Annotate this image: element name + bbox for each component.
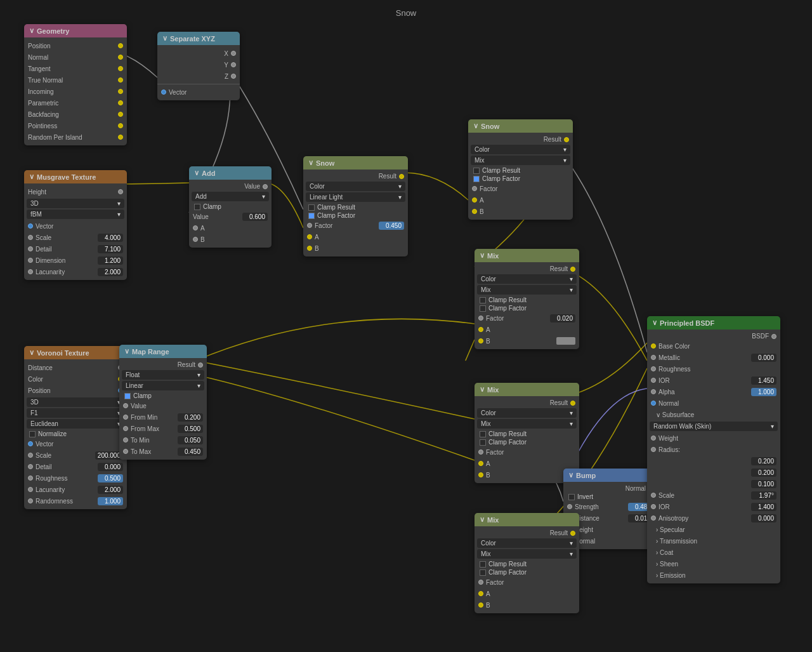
- map-range-interp-dropdown[interactable]: Linear▾: [122, 381, 204, 390]
- mix1-header[interactable]: ∨ Mix: [475, 249, 579, 262]
- musgrave-height-socket: [118, 189, 123, 194]
- snow1-header[interactable]: ∨ Snow: [303, 156, 408, 170]
- principled-r2-value[interactable]: 0.200: [751, 469, 776, 477]
- sxyz-z-socket: [231, 74, 236, 79]
- mix2-color-dropdown[interactable]: Color▾: [477, 408, 577, 418]
- mix2-header[interactable]: ∨ Mix: [475, 383, 579, 396]
- mix2-blend-dropdown[interactable]: Mix▾: [477, 419, 577, 429]
- voronoi-vector-socket: [28, 441, 33, 446]
- principled-alpha-value[interactable]: 1.000: [751, 388, 776, 396]
- musgrave-detail-row: Detail 7.100: [24, 243, 127, 255]
- add-value-input[interactable]: 0.600: [242, 213, 268, 221]
- musgrave-lac-socket: [28, 269, 33, 274]
- snow2-blend-dropdown[interactable]: Mix▾: [471, 156, 570, 165]
- map-range-frommax-value[interactable]: 0.500: [178, 425, 203, 433]
- principled-scale-value[interactable]: 1.97°: [751, 491, 776, 500]
- principled-rwalk-dropdown[interactable]: Random Walk (Skin)▾: [650, 422, 778, 431]
- voronoi-detail-value[interactable]: 0.000: [98, 463, 123, 471]
- map-range-collapse-icon: ∨: [124, 347, 129, 356]
- geo-normal-row: Normal: [24, 51, 127, 63]
- musgrave-header[interactable]: ∨ Musgrave Texture: [24, 170, 127, 183]
- principled-basecolor-row: Base Color: [647, 340, 780, 352]
- snow2-result-row: Result: [468, 135, 573, 143]
- mix1-b-swatch: [556, 337, 575, 345]
- mix2-clampresult-checkbox[interactable]: [480, 431, 486, 437]
- bump-label: Bump: [576, 472, 596, 479]
- snow1-blend-dropdown[interactable]: Linear Light▾: [306, 192, 405, 202]
- map-range-frommin-value[interactable]: 0.200: [178, 413, 203, 422]
- snow2-header[interactable]: ∨ Snow: [468, 119, 573, 133]
- geometry-header[interactable]: ∨ Geometry: [24, 24, 127, 37]
- principled-radius-label: Radius:: [647, 444, 780, 455]
- geo-incoming-row: Incoming: [24, 86, 127, 97]
- voronoi-vector-row: Vector: [24, 438, 127, 449]
- mix3-blend-dropdown[interactable]: Mix▾: [477, 549, 577, 559]
- snow1-color-dropdown[interactable]: Color▾: [306, 182, 405, 191]
- geo-randisland-row: Random Per Island: [24, 131, 127, 143]
- mix3-color-dropdown[interactable]: Color▾: [477, 538, 577, 548]
- snow2-clampfactor-row: Clamp Factor: [468, 175, 573, 183]
- add-header[interactable]: ∨ Add: [189, 166, 272, 180]
- voronoi-header[interactable]: ∨ Voronoi Texture: [24, 346, 127, 359]
- bump-header[interactable]: ∨ Bump: [563, 469, 657, 482]
- mix3-header[interactable]: ∨ Mix: [475, 513, 579, 526]
- mix1-clampresult-checkbox[interactable]: [480, 297, 486, 303]
- geo-normal-socket: [118, 55, 123, 60]
- musgrave-lac-value[interactable]: 2.000: [98, 268, 123, 276]
- mix1-clampfactor-checkbox[interactable]: [480, 305, 486, 312]
- snow1-factor-value[interactable]: 0.450: [379, 222, 404, 230]
- voronoi-detail-row: Detail 0.000: [24, 461, 127, 472]
- principled-r3-value[interactable]: 0.100: [751, 480, 776, 488]
- principled-ior2-value[interactable]: 1.400: [751, 503, 776, 511]
- mix2-clampfactor-checkbox[interactable]: [480, 439, 486, 446]
- snow1-clampfactor-checkbox[interactable]: [308, 213, 315, 219]
- musgrave-dim-value[interactable]: 1.200: [98, 256, 123, 265]
- mix2-a-socket: [478, 461, 483, 466]
- voronoi-rand-value[interactable]: 1.000: [98, 497, 123, 505]
- voronoi-dist-dropdown[interactable]: Euclidean▾: [27, 419, 124, 429]
- musgrave-scale-value[interactable]: 4.000: [98, 234, 123, 242]
- map-range-tomin-value[interactable]: 0.050: [178, 436, 203, 444]
- voronoi-feat-dropdown[interactable]: F1▾: [27, 408, 124, 418]
- mix3-result-socket: [570, 531, 575, 536]
- map-range-tomax-value[interactable]: 0.450: [178, 448, 203, 456]
- mix1-factor-value[interactable]: 0.020: [550, 314, 575, 323]
- snow1-b-row: B: [303, 243, 408, 254]
- mix1-clampresult-row: Clamp Result: [475, 296, 579, 304]
- principled-metallic-value[interactable]: 0.000: [751, 354, 776, 362]
- mix2-result-row: Result: [475, 399, 579, 407]
- mix3-clampfactor-checkbox[interactable]: [480, 569, 486, 576]
- snow2-clampresult-checkbox[interactable]: [473, 168, 480, 174]
- snow2-collapse-icon: ∨: [473, 122, 478, 130]
- mix3-factor-socket: [478, 580, 483, 585]
- musgrave-type-dropdown[interactable]: fBM▾: [27, 210, 124, 219]
- mix1-blend-dropdown[interactable]: Mix▾: [477, 285, 577, 295]
- musgrave-detail-value[interactable]: 7.100: [98, 245, 123, 253]
- voronoi-rough-value[interactable]: 0.500: [98, 474, 123, 482]
- map-range-header[interactable]: ∨ Map Range: [119, 345, 207, 358]
- map-range-clamp-checkbox[interactable]: [124, 393, 131, 399]
- snow2-label: Snow: [481, 123, 499, 130]
- voronoi-lac-value[interactable]: 2.000: [98, 486, 123, 494]
- mix3-clampresult-checkbox[interactable]: [480, 561, 486, 568]
- voronoi-rand-socket: [28, 498, 33, 503]
- map-range-type-dropdown[interactable]: Float▾: [122, 370, 204, 380]
- mix1-collapse-icon: ∨: [480, 251, 485, 260]
- voronoi-normalize-checkbox[interactable]: [29, 431, 36, 437]
- principled-ior-value[interactable]: 1.450: [751, 376, 776, 385]
- mix1-color-dropdown[interactable]: Color▾: [477, 274, 577, 284]
- snow1-clampresult-checkbox[interactable]: [308, 204, 315, 211]
- principled-normal-row: Normal: [647, 397, 780, 409]
- snow2-color-dropdown[interactable]: Color▾: [471, 145, 570, 154]
- principled-header[interactable]: ∨ Principled BSDF: [647, 316, 780, 329]
- bump-invert-checkbox[interactable]: [568, 494, 575, 500]
- add-clamp-checkbox[interactable]: [194, 204, 200, 210]
- principled-aniso-value[interactable]: 0.000: [751, 514, 776, 522]
- principled-r1-value[interactable]: 0.200: [751, 457, 776, 465]
- separate-xyz-header[interactable]: ∨ Separate XYZ: [157, 32, 240, 45]
- mix1-node: ∨ Mix Result Color▾ Mix▾ Clamp Result Cl…: [475, 249, 579, 349]
- voronoi-dim-dropdown[interactable]: 3D▾: [27, 397, 124, 407]
- snow2-clampfactor-checkbox[interactable]: [473, 176, 480, 182]
- musgrave-dim-dropdown[interactable]: 3D▾: [27, 199, 124, 208]
- add-type-dropdown[interactable]: Add▾: [192, 192, 269, 201]
